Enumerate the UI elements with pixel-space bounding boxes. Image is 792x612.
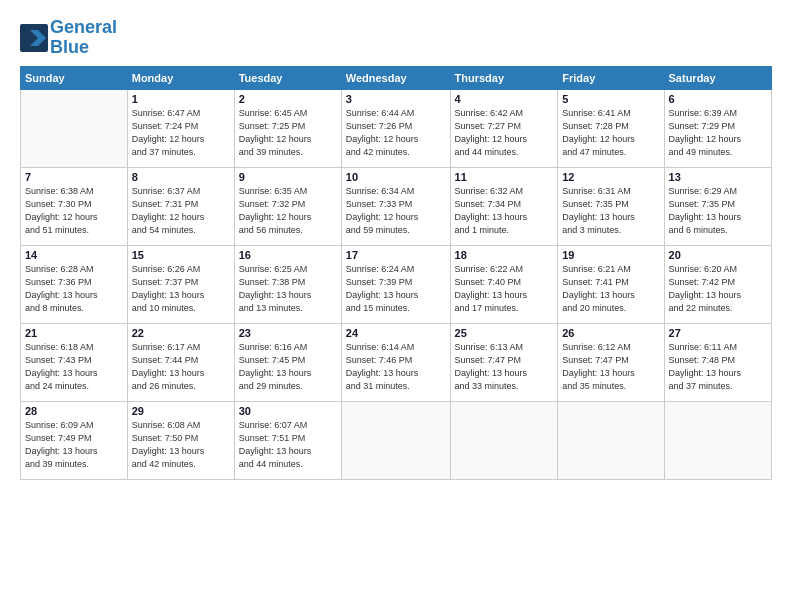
day-number: 12 bbox=[562, 171, 659, 183]
calendar-cell: 2Sunrise: 6:45 AMSunset: 7:25 PMDaylight… bbox=[234, 89, 341, 167]
cell-content: Sunrise: 6:08 AMSunset: 7:50 PMDaylight:… bbox=[132, 419, 230, 471]
cell-content: Sunrise: 6:34 AMSunset: 7:33 PMDaylight:… bbox=[346, 185, 446, 237]
calendar-cell: 13Sunrise: 6:29 AMSunset: 7:35 PMDayligh… bbox=[664, 167, 771, 245]
calendar-cell: 16Sunrise: 6:25 AMSunset: 7:38 PMDayligh… bbox=[234, 245, 341, 323]
day-number: 15 bbox=[132, 249, 230, 261]
day-number: 9 bbox=[239, 171, 337, 183]
logo-text: General Blue bbox=[50, 18, 117, 58]
calendar-cell: 4Sunrise: 6:42 AMSunset: 7:27 PMDaylight… bbox=[450, 89, 558, 167]
calendar-cell: 22Sunrise: 6:17 AMSunset: 7:44 PMDayligh… bbox=[127, 323, 234, 401]
calendar-cell: 1Sunrise: 6:47 AMSunset: 7:24 PMDaylight… bbox=[127, 89, 234, 167]
calendar-cell: 30Sunrise: 6:07 AMSunset: 7:51 PMDayligh… bbox=[234, 401, 341, 479]
day-number: 1 bbox=[132, 93, 230, 105]
calendar-cell: 27Sunrise: 6:11 AMSunset: 7:48 PMDayligh… bbox=[664, 323, 771, 401]
calendar-week-row: 28Sunrise: 6:09 AMSunset: 7:49 PMDayligh… bbox=[21, 401, 772, 479]
calendar-cell: 15Sunrise: 6:26 AMSunset: 7:37 PMDayligh… bbox=[127, 245, 234, 323]
cell-content: Sunrise: 6:13 AMSunset: 7:47 PMDaylight:… bbox=[455, 341, 554, 393]
cell-content: Sunrise: 6:25 AMSunset: 7:38 PMDaylight:… bbox=[239, 263, 337, 315]
cell-content: Sunrise: 6:37 AMSunset: 7:31 PMDaylight:… bbox=[132, 185, 230, 237]
day-number: 29 bbox=[132, 405, 230, 417]
calendar-cell: 25Sunrise: 6:13 AMSunset: 7:47 PMDayligh… bbox=[450, 323, 558, 401]
calendar-cell: 28Sunrise: 6:09 AMSunset: 7:49 PMDayligh… bbox=[21, 401, 128, 479]
calendar-cell bbox=[450, 401, 558, 479]
calendar-table: SundayMondayTuesdayWednesdayThursdayFrid… bbox=[20, 66, 772, 480]
day-number: 20 bbox=[669, 249, 767, 261]
weekday-header: Wednesday bbox=[341, 66, 450, 89]
calendar-week-row: 21Sunrise: 6:18 AMSunset: 7:43 PMDayligh… bbox=[21, 323, 772, 401]
day-number: 26 bbox=[562, 327, 659, 339]
day-number: 4 bbox=[455, 93, 554, 105]
weekday-header: Saturday bbox=[664, 66, 771, 89]
calendar-header: SundayMondayTuesdayWednesdayThursdayFrid… bbox=[21, 66, 772, 89]
calendar-cell: 24Sunrise: 6:14 AMSunset: 7:46 PMDayligh… bbox=[341, 323, 450, 401]
cell-content: Sunrise: 6:21 AMSunset: 7:41 PMDaylight:… bbox=[562, 263, 659, 315]
calendar-cell: 23Sunrise: 6:16 AMSunset: 7:45 PMDayligh… bbox=[234, 323, 341, 401]
calendar-cell: 26Sunrise: 6:12 AMSunset: 7:47 PMDayligh… bbox=[558, 323, 664, 401]
calendar-cell: 7Sunrise: 6:38 AMSunset: 7:30 PMDaylight… bbox=[21, 167, 128, 245]
cell-content: Sunrise: 6:42 AMSunset: 7:27 PMDaylight:… bbox=[455, 107, 554, 159]
calendar-cell: 6Sunrise: 6:39 AMSunset: 7:29 PMDaylight… bbox=[664, 89, 771, 167]
cell-content: Sunrise: 6:45 AMSunset: 7:25 PMDaylight:… bbox=[239, 107, 337, 159]
day-number: 5 bbox=[562, 93, 659, 105]
day-number: 14 bbox=[25, 249, 123, 261]
day-number: 18 bbox=[455, 249, 554, 261]
cell-content: Sunrise: 6:35 AMSunset: 7:32 PMDaylight:… bbox=[239, 185, 337, 237]
day-number: 8 bbox=[132, 171, 230, 183]
calendar-cell: 11Sunrise: 6:32 AMSunset: 7:34 PMDayligh… bbox=[450, 167, 558, 245]
calendar-cell: 10Sunrise: 6:34 AMSunset: 7:33 PMDayligh… bbox=[341, 167, 450, 245]
calendar-week-row: 1Sunrise: 6:47 AMSunset: 7:24 PMDaylight… bbox=[21, 89, 772, 167]
calendar-cell: 19Sunrise: 6:21 AMSunset: 7:41 PMDayligh… bbox=[558, 245, 664, 323]
cell-content: Sunrise: 6:11 AMSunset: 7:48 PMDaylight:… bbox=[669, 341, 767, 393]
calendar-cell: 29Sunrise: 6:08 AMSunset: 7:50 PMDayligh… bbox=[127, 401, 234, 479]
cell-content: Sunrise: 6:17 AMSunset: 7:44 PMDaylight:… bbox=[132, 341, 230, 393]
calendar-week-row: 14Sunrise: 6:28 AMSunset: 7:36 PMDayligh… bbox=[21, 245, 772, 323]
cell-content: Sunrise: 6:44 AMSunset: 7:26 PMDaylight:… bbox=[346, 107, 446, 159]
cell-content: Sunrise: 6:09 AMSunset: 7:49 PMDaylight:… bbox=[25, 419, 123, 471]
cell-content: Sunrise: 6:12 AMSunset: 7:47 PMDaylight:… bbox=[562, 341, 659, 393]
calendar-cell: 8Sunrise: 6:37 AMSunset: 7:31 PMDaylight… bbox=[127, 167, 234, 245]
cell-content: Sunrise: 6:41 AMSunset: 7:28 PMDaylight:… bbox=[562, 107, 659, 159]
calendar-body: 1Sunrise: 6:47 AMSunset: 7:24 PMDaylight… bbox=[21, 89, 772, 479]
day-number: 2 bbox=[239, 93, 337, 105]
day-number: 27 bbox=[669, 327, 767, 339]
cell-content: Sunrise: 6:26 AMSunset: 7:37 PMDaylight:… bbox=[132, 263, 230, 315]
weekday-row: SundayMondayTuesdayWednesdayThursdayFrid… bbox=[21, 66, 772, 89]
day-number: 16 bbox=[239, 249, 337, 261]
day-number: 19 bbox=[562, 249, 659, 261]
calendar-cell: 18Sunrise: 6:22 AMSunset: 7:40 PMDayligh… bbox=[450, 245, 558, 323]
calendar-cell: 9Sunrise: 6:35 AMSunset: 7:32 PMDaylight… bbox=[234, 167, 341, 245]
calendar-week-row: 7Sunrise: 6:38 AMSunset: 7:30 PMDaylight… bbox=[21, 167, 772, 245]
logo: General Blue bbox=[20, 18, 117, 58]
day-number: 21 bbox=[25, 327, 123, 339]
day-number: 23 bbox=[239, 327, 337, 339]
calendar-cell bbox=[664, 401, 771, 479]
calendar-cell: 21Sunrise: 6:18 AMSunset: 7:43 PMDayligh… bbox=[21, 323, 128, 401]
weekday-header: Thursday bbox=[450, 66, 558, 89]
calendar-cell: 12Sunrise: 6:31 AMSunset: 7:35 PMDayligh… bbox=[558, 167, 664, 245]
cell-content: Sunrise: 6:28 AMSunset: 7:36 PMDaylight:… bbox=[25, 263, 123, 315]
cell-content: Sunrise: 6:29 AMSunset: 7:35 PMDaylight:… bbox=[669, 185, 767, 237]
calendar-cell: 3Sunrise: 6:44 AMSunset: 7:26 PMDaylight… bbox=[341, 89, 450, 167]
day-number: 7 bbox=[25, 171, 123, 183]
day-number: 22 bbox=[132, 327, 230, 339]
cell-content: Sunrise: 6:16 AMSunset: 7:45 PMDaylight:… bbox=[239, 341, 337, 393]
cell-content: Sunrise: 6:07 AMSunset: 7:51 PMDaylight:… bbox=[239, 419, 337, 471]
weekday-header: Friday bbox=[558, 66, 664, 89]
day-number: 10 bbox=[346, 171, 446, 183]
cell-content: Sunrise: 6:22 AMSunset: 7:40 PMDaylight:… bbox=[455, 263, 554, 315]
day-number: 17 bbox=[346, 249, 446, 261]
page: General Blue SundayMondayTuesdayWednesda… bbox=[0, 0, 792, 612]
day-number: 6 bbox=[669, 93, 767, 105]
cell-content: Sunrise: 6:32 AMSunset: 7:34 PMDaylight:… bbox=[455, 185, 554, 237]
day-number: 24 bbox=[346, 327, 446, 339]
day-number: 3 bbox=[346, 93, 446, 105]
cell-content: Sunrise: 6:18 AMSunset: 7:43 PMDaylight:… bbox=[25, 341, 123, 393]
logo-icon bbox=[20, 24, 48, 52]
calendar-cell: 14Sunrise: 6:28 AMSunset: 7:36 PMDayligh… bbox=[21, 245, 128, 323]
cell-content: Sunrise: 6:38 AMSunset: 7:30 PMDaylight:… bbox=[25, 185, 123, 237]
day-number: 11 bbox=[455, 171, 554, 183]
calendar-cell bbox=[341, 401, 450, 479]
calendar-cell bbox=[558, 401, 664, 479]
calendar-cell: 17Sunrise: 6:24 AMSunset: 7:39 PMDayligh… bbox=[341, 245, 450, 323]
cell-content: Sunrise: 6:39 AMSunset: 7:29 PMDaylight:… bbox=[669, 107, 767, 159]
